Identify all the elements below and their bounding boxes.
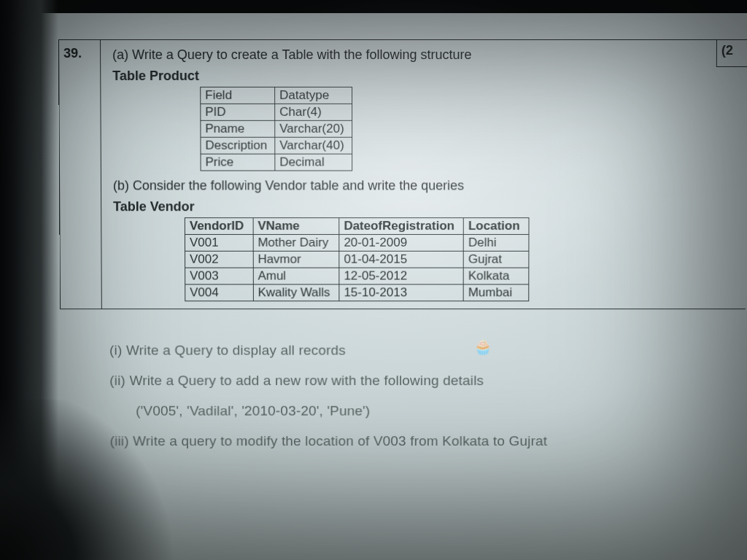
- table-row: VendorID VName DateofRegistration Locati…: [185, 218, 529, 235]
- product-structure-table: Field Datatype PID Char(4) Pname Varchar…: [200, 87, 352, 171]
- table-row: V004 Kwality Walls 15-10-2013 Mumbai: [185, 284, 529, 301]
- table-row: Description Varchar(40): [201, 137, 352, 154]
- subq-iii: (iii) Write a query to modify the locati…: [110, 433, 745, 449]
- col-header-dor: DateofRegistration: [339, 218, 464, 235]
- subquestions: (i) Write a Query to display all records…: [109, 343, 746, 449]
- subq-i: (i) Write a Query to display all records: [109, 343, 746, 359]
- table-row: V003 Amul 12-05-2012 Kolkata: [185, 268, 529, 284]
- vendor-table: VendorID VName DateofRegistration Locati…: [185, 217, 530, 301]
- question-body: (a) Write a Query to create a Table with…: [101, 40, 747, 308]
- col-header-datatype: Datatype: [275, 87, 352, 104]
- monitor-bezel-top: [0, 0, 747, 13]
- monitor-bezel-left: [0, 0, 58, 560]
- table-row: V002 Havmor 01-04-2015 Gujrat: [185, 251, 529, 268]
- table-row: V001 Mother Dairy 20-01-2009 Delhi: [185, 235, 529, 252]
- part-b-text: (b) Consider the following Vendor table …: [113, 179, 739, 194]
- col-header-vname: VName: [253, 218, 339, 235]
- vendor-table-label: Table Vendor: [113, 199, 739, 214]
- subq-ii-detail: ('V005', 'Vadilal', '2010-03-20', 'Pune'…: [136, 403, 745, 419]
- table-row: Price Decimal: [201, 154, 352, 171]
- col-header-field: Field: [201, 87, 275, 104]
- table-row: PID Char(4): [201, 104, 352, 120]
- subq-ii: (ii) Write a Query to add a new row with…: [109, 373, 745, 389]
- col-header-location: Location: [463, 218, 529, 235]
- question-frame: 39. (a) Write a Query to create a Table …: [58, 39, 747, 309]
- product-table-label: Table Product: [112, 69, 740, 84]
- table-row: Pname Varchar(20): [201, 120, 352, 137]
- question-number: 39.: [59, 40, 102, 308]
- document-page: (2 39. (a) Write a Query to create a Tab…: [58, 39, 747, 529]
- table-row: Field Datatype: [201, 87, 352, 104]
- marks-box: (2: [716, 39, 747, 67]
- part-a-text: (a) Write a Query to create a Table with…: [112, 47, 740, 63]
- col-header-vendorid: VendorID: [185, 218, 252, 235]
